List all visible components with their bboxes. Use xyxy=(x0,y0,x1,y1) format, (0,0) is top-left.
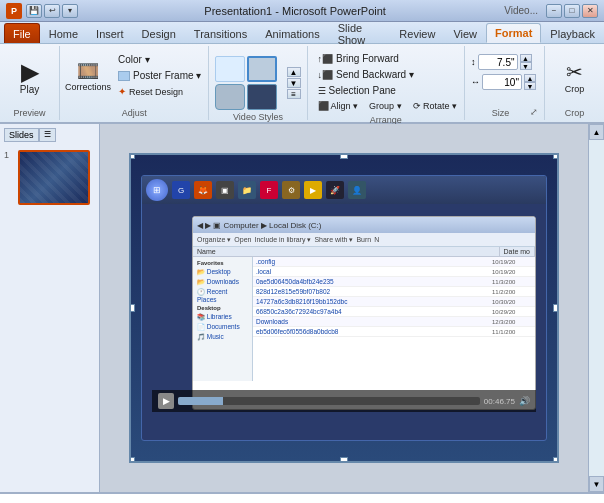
style-expand[interactable]: ≡ xyxy=(287,89,301,99)
tab-slideshow[interactable]: Slide Show xyxy=(329,23,391,43)
file-row-3[interactable]: 0ae5d06450da4bfb24e23511/3/200 xyxy=(253,277,535,287)
tab-insert[interactable]: Insert xyxy=(87,23,133,43)
tab-home[interactable]: Home xyxy=(40,23,87,43)
slide-canvas[interactable]: ⊞ G 🦊 ▣ 📁 F ⚙ ▶ 🚀 👤 ◀ ▶ ▣ Computer ▶ Loc… xyxy=(129,153,559,463)
poster-frame-icon xyxy=(118,71,130,81)
scroll-up-button[interactable]: ▲ xyxy=(589,124,604,140)
send-backward-button[interactable]: ↓⬛ Send Backward ▾ xyxy=(314,67,462,82)
bring-forward-icon: ↑⬛ xyxy=(318,54,334,64)
video-styles-label: Video Styles xyxy=(215,110,300,122)
style-scroll-down[interactable]: ▼ xyxy=(287,78,301,88)
slide-thumbnail[interactable] xyxy=(18,150,90,205)
slides-tab[interactable]: Slides xyxy=(4,128,39,142)
resize-handle-bl[interactable] xyxy=(129,457,135,463)
rotate-button[interactable]: ⟳ Rotate ▾ xyxy=(409,99,462,113)
file-row-5[interactable]: 14727a6c3db8216f19bb152dbc10/30/20 xyxy=(253,297,535,307)
title-bar: P 💾 ↩ ▾ Presentation1 - Microsoft PowerP… xyxy=(0,0,604,22)
align-button[interactable]: ⬛ Align ▾ xyxy=(314,99,363,113)
tab-animations[interactable]: Animations xyxy=(256,23,328,43)
tab-playback[interactable]: Playback xyxy=(541,23,604,43)
resize-handle-br[interactable] xyxy=(553,457,559,463)
slide-number: 1 xyxy=(4,150,16,160)
width-icon: ↔ xyxy=(471,77,480,87)
file-row-4[interactable]: 828d12e815e59bf07b80211/2/200 xyxy=(253,287,535,297)
tab-review[interactable]: Review xyxy=(390,23,444,43)
height-input[interactable] xyxy=(478,54,518,70)
tab-file[interactable]: File xyxy=(4,23,40,43)
width-up[interactable]: ▲ xyxy=(524,74,536,82)
tab-design[interactable]: Design xyxy=(133,23,185,43)
file-row-8[interactable]: eb5d06fec6f0556d8a0bdcb811/1/200 xyxy=(253,327,535,337)
file-row-1[interactable]: .config10/19/20 xyxy=(253,257,535,267)
poster-frame-button[interactable]: Poster Frame ▾ xyxy=(114,68,205,83)
width-down[interactable]: ▼ xyxy=(524,82,536,90)
tab-transitions[interactable]: Transitions xyxy=(185,23,256,43)
notes-area[interactable]: Click to add notes xyxy=(0,492,604,503)
tab-format[interactable]: Format xyxy=(486,23,541,43)
resize-handle-tl[interactable] xyxy=(129,153,135,159)
sidebar-libraries[interactable]: 📚 Libraries xyxy=(195,312,250,322)
quick-access-undo[interactable]: ↩ xyxy=(44,4,60,18)
reset-design-button[interactable]: ✦ Reset Design xyxy=(114,84,205,99)
taskbar-icon-8: 🚀 xyxy=(326,181,344,199)
close-button[interactable]: ✕ xyxy=(582,4,598,18)
crop-button[interactable]: ✂ Crop xyxy=(551,49,599,105)
color-button[interactable]: Color ▾ xyxy=(114,52,205,67)
file-row-7[interactable]: Downloads12/3/200 xyxy=(253,317,535,327)
preview-group-label: Preview xyxy=(6,106,53,118)
ribbon-group-size: ↕ ▲ ▼ ↔ ▲ ▼ Size ⤢ xyxy=(465,46,545,120)
scroll-track[interactable] xyxy=(589,140,604,476)
sidebar-documents[interactable]: 📄 Documents xyxy=(195,322,250,332)
resize-handle-tr[interactable] xyxy=(553,153,559,159)
quick-access-menu[interactable]: ▾ xyxy=(62,4,78,18)
taskbar-icon-6: ⚙ xyxy=(282,181,300,199)
send-backward-icon: ↓⬛ xyxy=(318,70,334,80)
minimize-button[interactable]: − xyxy=(546,4,562,18)
main-area: Slides ☰ 1 ⊞ G xyxy=(0,124,604,492)
sidebar-music[interactable]: 🎵 Music xyxy=(195,332,250,342)
height-down[interactable]: ▼ xyxy=(520,62,532,70)
bring-forward-button[interactable]: ↑⬛ Bring Forward xyxy=(314,51,462,66)
video-style-3[interactable] xyxy=(215,84,245,110)
width-input[interactable] xyxy=(482,74,522,90)
sidebar-recent[interactable]: 🕐 Recent Places xyxy=(195,287,250,304)
arrange-buttons: ↑⬛ Bring Forward ↓⬛ Send Backward ▾ ☰ Se… xyxy=(314,51,462,113)
height-up[interactable]: ▲ xyxy=(520,54,532,62)
tab-view[interactable]: View xyxy=(444,23,486,43)
ribbon-group-arrange: ↑⬛ Bring Forward ↓⬛ Send Backward ▾ ☰ Se… xyxy=(308,46,465,120)
video-play-button[interactable]: ▶ xyxy=(158,393,174,409)
video-style-2[interactable] xyxy=(247,56,277,82)
file-row-6[interactable]: 66850c2a36c72924bc97a4b410/29/20 xyxy=(253,307,535,317)
file-row-2[interactable]: .local10/19/20 xyxy=(253,267,535,277)
play-button[interactable]: ▶ Play xyxy=(6,49,54,105)
resize-handle-ml[interactable] xyxy=(129,304,135,312)
toolbar-share: Share with ▾ xyxy=(314,236,353,244)
outline-tab[interactable]: ☰ xyxy=(39,128,56,142)
play-label: Play xyxy=(20,84,39,95)
size-expand-button[interactable]: ⤢ xyxy=(530,107,538,117)
fb-files: .config10/19/20 .local10/19/20 0ae5d0645… xyxy=(253,257,535,381)
sidebar-desktop[interactable]: 📂 Desktop xyxy=(195,267,250,277)
size-group-label: Size xyxy=(471,106,530,118)
scroll-down-button[interactable]: ▼ xyxy=(589,476,604,492)
col-name: Name xyxy=(193,247,500,256)
app-icon: P xyxy=(6,3,22,19)
video-style-1[interactable] xyxy=(215,56,245,82)
style-scroll-up[interactable]: ▲ xyxy=(287,67,301,77)
resize-handle-tm[interactable] xyxy=(340,153,348,159)
crop-group-label: Crop xyxy=(551,106,598,118)
sidebar-downloads[interactable]: 📂 Downloads xyxy=(195,277,250,287)
width-spinners: ▲ ▼ xyxy=(524,74,536,90)
volume-icon[interactable]: 🔊 xyxy=(519,396,530,406)
video-progress-bar[interactable] xyxy=(178,397,480,405)
selection-pane-button[interactable]: ☰ Selection Pane xyxy=(314,83,462,98)
corrections-button[interactable]: 🎞️ Corrections xyxy=(66,48,110,104)
group-button[interactable]: Group ▾ xyxy=(365,99,406,113)
toolbar-organize: Organize ▾ xyxy=(197,236,231,244)
fb-nav-back: ◀ ▶ xyxy=(197,221,211,230)
video-style-4[interactable] xyxy=(247,84,277,110)
resize-handle-bm[interactable] xyxy=(340,457,348,463)
maximize-button[interactable]: □ xyxy=(564,4,580,18)
resize-handle-mr[interactable] xyxy=(553,304,559,312)
quick-access-save[interactable]: 💾 xyxy=(26,4,42,18)
